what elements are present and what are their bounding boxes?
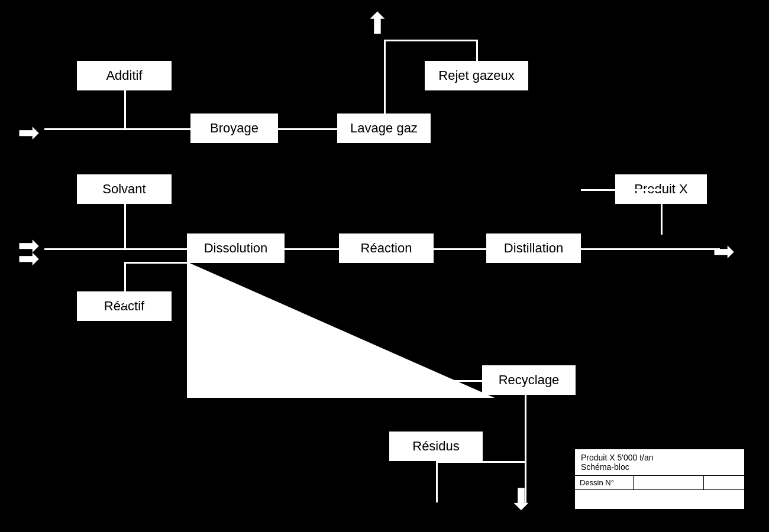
bottom-down-arrow: ⬇ — [509, 485, 534, 514]
connector-reaction-distillation-h — [434, 248, 487, 250]
info-cell-dessin-label: Dessin N° — [575, 476, 634, 489]
connector-dissolution-reaction-h — [285, 248, 340, 250]
connector-distillation-produitx-h — [581, 189, 661, 191]
info-cell-dessin-num — [634, 476, 704, 489]
connector-broyage-lavage-h — [278, 128, 338, 130]
connector-left-dissolution-h — [44, 248, 188, 250]
connector-reactif-v — [124, 262, 126, 306]
connector-recyclage-h — [187, 380, 483, 382]
svg-marker-0 — [187, 262, 495, 398]
connector-residus-v — [436, 461, 438, 502]
triangle-shape — [187, 262, 495, 398]
distillation-box: Distillation — [486, 233, 581, 263]
info-cell-dessin-extra — [704, 476, 744, 489]
info-box-header: Produit X 5'000 t/an Schéma-bloc — [575, 449, 744, 475]
info-box: Produit X 5'000 t/an Schéma-bloc Dessin … — [574, 448, 745, 510]
connector-rejet-v — [476, 40, 478, 62]
recyclage-box: Recyclage — [482, 365, 576, 395]
lavage-gaz-box: Lavage gaz — [337, 113, 431, 143]
connector-left-broyage — [44, 128, 191, 130]
connector-reactif-h — [124, 262, 188, 264]
connector-lavage-rejet-v — [384, 40, 386, 115]
dissolution-box: Dissolution — [187, 233, 285, 263]
left-arrow-1: ➡ — [18, 119, 40, 145]
reaction-box: Réaction — [339, 233, 434, 263]
connector-distillation-right-h — [581, 248, 720, 250]
info-row-dessin: Dessin N° — [575, 475, 744, 489]
info-line1: Produit X 5'000 t/an — [581, 453, 738, 462]
solvant-box: Solvant — [77, 174, 172, 204]
connector-residus-h — [436, 461, 526, 463]
residus-box: Résidus — [389, 432, 483, 461]
rejet-gazeux-box: Rejet gazeux — [425, 61, 528, 90]
connector-recyclage-v — [187, 263, 189, 380]
info-line2: Schéma-bloc — [581, 462, 738, 472]
info-cell-bottom — [575, 490, 744, 501]
connector-distillation-produitx-v — [661, 189, 663, 235]
connector-residus-down-v — [525, 395, 526, 504]
additif-box: Additif — [77, 61, 172, 90]
right-out-arrow: ➡ — [713, 238, 735, 264]
top-up-arrow: ⬆ — [365, 9, 390, 38]
info-row-bottom — [575, 489, 744, 501]
connector-solvant-v — [124, 204, 126, 248]
connector-rejet-h — [384, 40, 477, 41]
broyage-box: Broyage — [190, 113, 278, 143]
connector-additif-v — [124, 90, 126, 129]
left-arrow-2b: ➡ — [18, 245, 40, 271]
